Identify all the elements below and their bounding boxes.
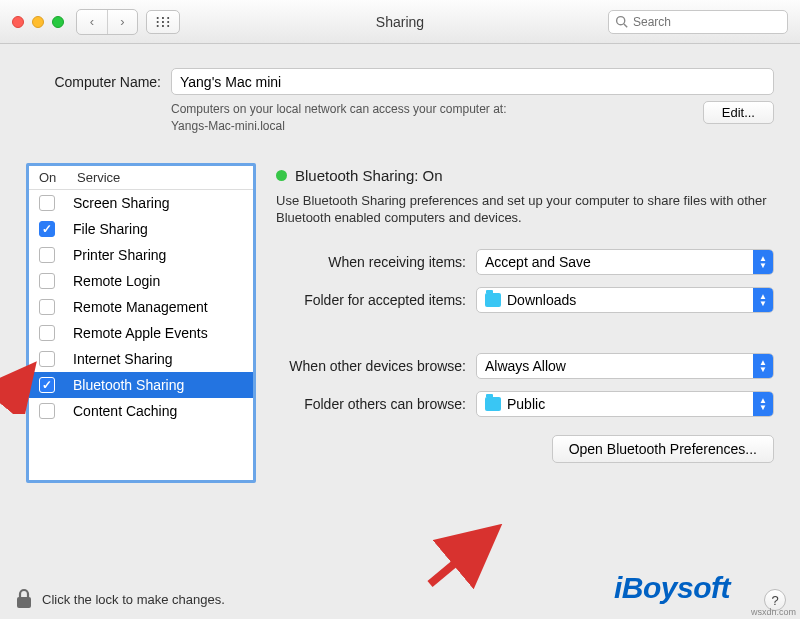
service-label: Printer Sharing: [73, 247, 166, 263]
browse-folder-select[interactable]: Public ▲▼: [476, 391, 774, 417]
lock-icon: [14, 587, 34, 611]
accepted-folder-select[interactable]: Downloads ▲▼: [476, 287, 774, 313]
chevron-updown-icon: ▲▼: [753, 354, 773, 378]
service-checkbox[interactable]: [39, 403, 55, 419]
service-label: Remote Login: [73, 273, 160, 289]
svg-line-3: [2, 372, 28, 404]
traffic-lights: [12, 16, 64, 28]
computer-name-help: Computers on your local network can acce…: [171, 101, 683, 135]
service-row[interactable]: Remote Apple Events: [29, 320, 253, 346]
search-input[interactable]: [633, 15, 781, 29]
show-all-button[interactable]: [146, 10, 180, 34]
edit-hostname-button[interactable]: Edit...: [703, 101, 774, 124]
computer-name-input[interactable]: [171, 68, 774, 95]
header-service: Service: [77, 170, 120, 185]
folder-icon: [485, 397, 501, 411]
service-row[interactable]: Remote Login: [29, 268, 253, 294]
minimize-icon[interactable]: [32, 16, 44, 28]
receiving-label: When receiving items:: [276, 254, 476, 270]
back-button[interactable]: ‹: [77, 10, 107, 34]
titlebar: ‹ › Sharing: [0, 0, 800, 44]
service-checkbox[interactable]: [39, 273, 55, 289]
service-checkbox[interactable]: [39, 195, 55, 211]
chevron-updown-icon: ▲▼: [753, 250, 773, 274]
status-title: Bluetooth Sharing: On: [295, 167, 443, 184]
grid-icon: [155, 16, 171, 28]
service-label: Remote Apple Events: [73, 325, 208, 341]
accepted-folder-label: Folder for accepted items:: [276, 292, 476, 308]
service-label: Screen Sharing: [73, 195, 170, 211]
services-table: On Service Screen SharingFile SharingPri…: [26, 163, 256, 483]
service-row[interactable]: Bluetooth Sharing: [29, 372, 253, 398]
open-bluetooth-prefs-button[interactable]: Open Bluetooth Preferences...: [552, 435, 774, 463]
status-dot-icon: [276, 170, 287, 181]
svg-point-0: [617, 17, 625, 25]
services-header: On Service: [29, 166, 253, 190]
service-label: Bluetooth Sharing: [73, 377, 184, 393]
preferences-window: ‹ › Sharing Computer Name: Computers on …: [0, 0, 800, 619]
service-row[interactable]: Remote Management: [29, 294, 253, 320]
browse-folder-label: Folder others can browse:: [276, 396, 476, 412]
source-watermark: wsxdn.com: [751, 607, 796, 617]
browse-label: When other devices browse:: [276, 358, 476, 374]
chevron-updown-icon: ▲▼: [753, 288, 773, 312]
service-checkbox[interactable]: [39, 325, 55, 341]
service-detail: Bluetooth Sharing: On Use Bluetooth Shar…: [276, 163, 774, 483]
service-label: Internet Sharing: [73, 351, 173, 367]
header-on: On: [39, 170, 77, 185]
annotation-arrow: [420, 524, 510, 594]
svg-rect-2: [17, 597, 31, 608]
service-checkbox[interactable]: [39, 221, 55, 237]
lock-text: Click the lock to make changes.: [42, 592, 225, 607]
computer-name-label: Computer Name:: [26, 74, 161, 90]
search-icon: [615, 15, 628, 28]
service-row[interactable]: Printer Sharing: [29, 242, 253, 268]
svg-line-1: [624, 24, 627, 27]
service-checkbox[interactable]: [39, 377, 55, 393]
receiving-select[interactable]: Accept and Save ▲▼: [476, 249, 774, 275]
service-checkbox[interactable]: [39, 299, 55, 315]
brand-watermark: iBoysoft: [614, 571, 730, 605]
browse-select[interactable]: Always Allow ▲▼: [476, 353, 774, 379]
folder-icon: [485, 293, 501, 307]
service-label: Content Caching: [73, 403, 177, 419]
forward-button[interactable]: ›: [107, 10, 137, 34]
content: Computer Name: Computers on your local n…: [0, 44, 800, 619]
chevron-updown-icon: ▲▼: [753, 392, 773, 416]
search-field[interactable]: [608, 10, 788, 34]
service-row[interactable]: Screen Sharing: [29, 190, 253, 216]
service-label: File Sharing: [73, 221, 148, 237]
close-icon[interactable]: [12, 16, 24, 28]
zoom-icon[interactable]: [52, 16, 64, 28]
service-checkbox[interactable]: [39, 247, 55, 263]
service-checkbox[interactable]: [39, 351, 55, 367]
service-row[interactable]: File Sharing: [29, 216, 253, 242]
lock-row[interactable]: Click the lock to make changes.: [14, 587, 225, 611]
svg-line-4: [430, 534, 490, 584]
detail-description: Use Bluetooth Sharing preferences and se…: [276, 192, 774, 227]
service-label: Remote Management: [73, 299, 208, 315]
service-row[interactable]: Internet Sharing: [29, 346, 253, 372]
nav-back-forward: ‹ ›: [76, 9, 138, 35]
service-row[interactable]: Content Caching: [29, 398, 253, 424]
